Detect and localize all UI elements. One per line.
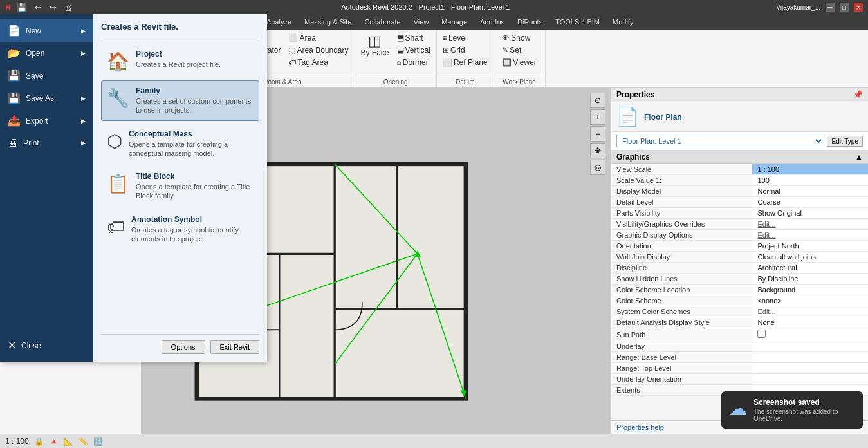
exit-revit-button[interactable]: Exit Revit [210, 340, 259, 354]
pan-btn[interactable]: ✥ [590, 143, 605, 158]
grid-btn[interactable]: ⊞ Grid [439, 44, 491, 56]
area-btn[interactable]: ⬜ Area [285, 32, 351, 44]
tab-diroots[interactable]: DiRoots [511, 14, 549, 30]
prop-row-1: Scale Value 1:100 [611, 175, 868, 186]
tab-addins[interactable]: Add-Ins [474, 14, 511, 30]
zoom-btn[interactable]: ⊙ [590, 93, 605, 108]
family-icon: 🔧 [107, 88, 129, 109]
file-menu-close[interactable]: ✕ Close [0, 334, 93, 357]
ref-plane-btn[interactable]: ⬜ Ref Plane [439, 57, 491, 68]
shaft-btn[interactable]: ⬒ Shaft [394, 32, 434, 44]
type-row: 📄 Floor Plan [611, 102, 868, 132]
title-bar-left: R 💾 ↩ ↪ 🖨 [5, 3, 75, 12]
file-menu-save[interactable]: 💾 Save [0, 64, 93, 87]
annotation-option-desc: Creates a tag or symbol to identify elem… [131, 225, 254, 244]
prop-row-18: Range: Top Level [611, 363, 868, 374]
project-text: Project Creates a Revit project file. [136, 50, 221, 69]
prop-label-11: Color Scheme Location [611, 285, 752, 295]
file-menu-open[interactable]: 📂 Open [0, 42, 93, 64]
tab-tools4bim[interactable]: TOOLS 4 BIM [549, 14, 606, 30]
viewer-btn[interactable]: 🔲 Viewer [499, 57, 539, 68]
file-menu-right: Creates a Revit file. 🏠 Project Creates … [93, 14, 267, 362]
tab-collaborate[interactable]: Collaborate [358, 14, 407, 30]
tag-area-btn[interactable]: 🏷 Tag Area [285, 57, 351, 68]
edit-type-button[interactable]: Edit Type [827, 136, 863, 147]
quick-access-save[interactable]: 💾 [15, 3, 29, 12]
project-option-desc: Creates a Revit project file. [136, 60, 221, 69]
zoom-out-btn[interactable]: − [590, 126, 605, 142]
status-icon-num[interactable]: 🔢 [93, 437, 103, 446]
file-menu-print[interactable]: 🖨 Print [0, 132, 93, 154]
area-boundary-btn[interactable]: ⬚ Area Boundary [285, 44, 351, 56]
sun-path-checkbox[interactable] [757, 330, 766, 338]
prop-row-5: Visibility/Graphics OverridesEdit... [611, 219, 868, 230]
vertical-btn[interactable]: ⬓ Vertical [394, 44, 434, 56]
level-icon: ≡ [443, 33, 447, 42]
prop-label-7: Orientation [611, 241, 752, 252]
prop-value-12[interactable]: <none> [752, 295, 868, 306]
prop-row-7: OrientationProject North [611, 241, 868, 252]
dormer-btn[interactable]: ⌂ Dormer [394, 57, 434, 68]
new-titleblock-option[interactable]: 📋 Title Block Opens a template for creat… [101, 166, 259, 207]
type-selector-row: Floor Plan: Level 1 Edit Type [611, 132, 868, 151]
status-icon-ruler[interactable]: 📏 [78, 437, 88, 446]
tab-manage[interactable]: Manage [435, 14, 474, 30]
prop-value-13[interactable]: Edit... [752, 306, 868, 317]
edit-link-5[interactable]: Edit... [757, 220, 775, 228]
quick-access-redo[interactable]: ↪ [48, 3, 59, 12]
prop-value-6[interactable]: Edit... [752, 230, 868, 241]
status-icon-lock[interactable]: 🔒 [34, 437, 44, 446]
file-menu-overlay: 📄 New 📂 Open 💾 Save 💾 Save As 📤 Export 🖨… [0, 14, 267, 362]
new-conceptual-option[interactable]: ⬡ Conceptual Mass Opens a template for c… [101, 124, 259, 164]
quick-access-print[interactable]: 🖨 [62, 3, 75, 12]
prop-row-19: Underlay Orientation [611, 374, 868, 385]
prop-label-15: Sun Path [611, 328, 752, 341]
prop-value-5[interactable]: Edit... [752, 219, 868, 230]
datum-label: Datum [439, 77, 491, 86]
edit-link-13[interactable]: Edit... [757, 308, 775, 315]
tag-area-icon: 🏷 [288, 58, 296, 67]
by-face-btn[interactable]: ◫ By Face [358, 32, 392, 59]
maximize-button[interactable]: □ [840, 3, 849, 12]
properties-help-link[interactable]: Properties help [616, 424, 664, 431]
status-icon-triangle[interactable]: 🔺 [49, 437, 59, 446]
prop-row-15: Sun Path [611, 328, 868, 341]
set-btn[interactable]: ✎ Set [499, 44, 539, 56]
opening-col: ⬒ Shaft ⬓ Vertical ⌂ Dormer [394, 32, 434, 68]
prop-label-3: Detail Level [611, 197, 752, 208]
prop-value-8: Clean all wall joins [752, 252, 868, 263]
by-face-icon: ◫ [368, 34, 382, 48]
status-icon-measure[interactable]: 📐 [64, 437, 73, 446]
file-menu-footer: Options Exit Revit [101, 334, 259, 354]
tab-view[interactable]: View [407, 14, 436, 30]
edit-link-6[interactable]: Edit... [757, 231, 775, 239]
prop-value-14: None [752, 317, 868, 328]
prop-label-13: System Color Schemes [611, 306, 752, 317]
quick-access-undo[interactable]: ↩ [33, 3, 44, 12]
new-family-option[interactable]: 🔧 Family Creates a set of custom compone… [101, 80, 259, 121]
prop-value-16 [752, 341, 868, 352]
options-button[interactable]: Options [162, 340, 205, 354]
new-project-option[interactable]: 🏠 Project Creates a Revit project file. [101, 44, 259, 78]
type-selector[interactable]: Floor Plan: Level 1 [616, 135, 824, 147]
properties-scroll[interactable]: View Scale1 : 100Scale Value 1:100Displa… [611, 164, 868, 420]
app-icon: R [5, 3, 11, 12]
prop-row-10: Show Hidden LinesBy Discipline [611, 274, 868, 285]
datum-col: ≡ Level ⊞ Grid ⬜ Ref Plane [439, 32, 491, 68]
file-menu-export[interactable]: 📤 Export [0, 109, 93, 132]
graphics-section-header[interactable]: Graphics ▲ [611, 151, 868, 164]
show-btn[interactable]: 👁 Show [499, 32, 539, 44]
prop-row-17: Range: Base Level [611, 352, 868, 363]
properties-pin[interactable]: 📌 [853, 90, 863, 99]
new-annotation-option[interactable]: 🏷 Annotation Symbol Creates a tag or sym… [101, 209, 259, 250]
zoom-in-btn[interactable]: + [590, 109, 605, 125]
file-menu-new[interactable]: 📄 New [0, 19, 93, 42]
orbit-btn[interactable]: ◎ [590, 160, 605, 175]
file-menu-saveas[interactable]: 💾 Save As [0, 87, 93, 109]
area-boundary-icon: ⬚ [288, 46, 295, 55]
tab-modify[interactable]: Modify [606, 14, 640, 30]
tab-massing[interactable]: Massing & Site [298, 14, 358, 30]
level-btn[interactable]: ≡ Level [439, 32, 491, 44]
close-button[interactable]: ✕ [854, 3, 863, 12]
minimize-button[interactable]: ─ [826, 3, 835, 12]
